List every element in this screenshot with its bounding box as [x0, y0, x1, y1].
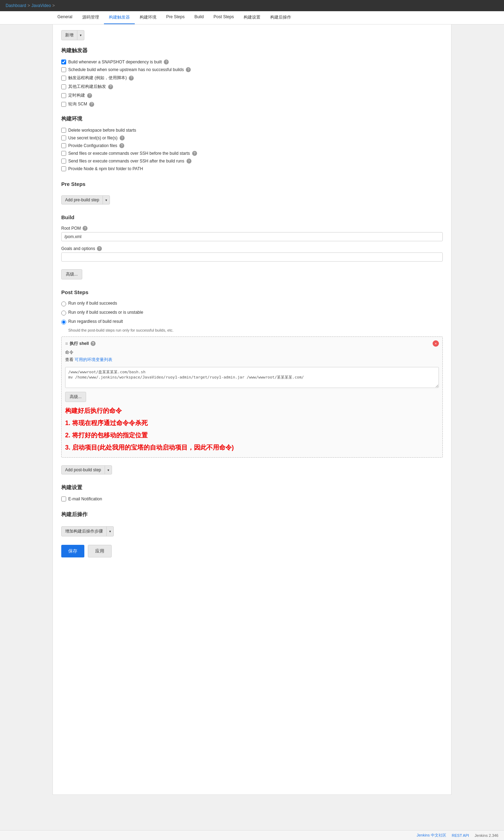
breadcrumb-sep2: > [52, 3, 55, 8]
env-ssh-after-help-icon[interactable]: ? [187, 159, 191, 164]
tab-general[interactable]: General [52, 11, 77, 24]
trigger-upstream-checkbox[interactable] [61, 67, 66, 72]
trigger-snapshot-label[interactable]: Build whenever a SNAPSHOT dependency is … [68, 60, 162, 64]
new-btn-arrow[interactable]: ▾ [77, 32, 84, 39]
env-delete-ws-checkbox[interactable] [61, 128, 66, 133]
goals-input[interactable] [61, 252, 443, 262]
trigger-upstream-help-icon[interactable]: ? [186, 67, 191, 72]
post-radio-regardless[interactable] [61, 320, 66, 325]
env-ssh-before-help-icon[interactable]: ? [192, 151, 197, 156]
trigger-snapshot-checkbox[interactable] [61, 60, 66, 64]
env-secret-help-icon[interactable]: ? [120, 136, 125, 140]
trigger-timer-row: 定时构建 ? [61, 92, 443, 98]
trigger-timer-label[interactable]: 定时构建 [68, 92, 85, 98]
env-ssh-after-checkbox[interactable] [61, 159, 66, 164]
tab-build[interactable]: Build [189, 11, 209, 24]
section-build-triggers-title: 构建触发器 [61, 47, 443, 55]
tab-env[interactable]: 构建环境 [135, 11, 161, 24]
add-post-build-ops-label[interactable]: 增加构建后操作步骤 [62, 527, 107, 536]
post-radio-success-row: Run only if build succeeds [61, 301, 443, 306]
tab-poststeps[interactable]: Post Steps [209, 11, 239, 24]
breadcrumb-project[interactable]: JavaVideo [31, 3, 51, 8]
trigger-other-checkbox[interactable] [61, 84, 66, 89]
trigger-scm-label[interactable]: 轮询 SCM [68, 101, 87, 107]
trigger-other-help-icon[interactable]: ? [108, 84, 113, 89]
env-ssh-after-label[interactable]: Send files or execute commands over SSH … [68, 159, 184, 164]
env-ssh-before-label[interactable]: Send files or execute commands over SSH … [68, 151, 190, 156]
add-pre-build-step-label[interactable]: Add pre-build step [62, 196, 103, 204]
goals-help-icon[interactable]: ? [97, 246, 102, 251]
env-delete-ws-label[interactable]: Delete workspace before build starts [68, 128, 136, 133]
apply-button[interactable]: 应用 [88, 545, 112, 557]
env-config-label[interactable]: Provide Configuration files [68, 143, 117, 148]
breadcrumb-dashboard[interactable]: Dashboard [6, 3, 26, 8]
trigger-timer-checkbox[interactable] [61, 93, 66, 98]
new-btn-label[interactable]: 新增 [62, 30, 77, 40]
env-node-npm-label[interactable]: Provide Node & npm bin/ folder to PATH [68, 166, 143, 171]
tab-triggers[interactable]: 构建触发器 [104, 11, 135, 24]
trigger-other-row: 其他工程构建后触发 ? [61, 84, 443, 90]
build-section: Build Root POM ? Goals and options ? 高级.… [61, 214, 443, 279]
add-post-build-ops-btn[interactable]: 增加构建后操作步骤 ▾ [61, 526, 114, 536]
tab-source[interactable]: 源码管理 [77, 11, 104, 24]
env-secret-checkbox[interactable] [61, 136, 66, 140]
trigger-other-label[interactable]: 其他工程构建后触发 [68, 84, 106, 90]
shell-block-header: ≡ 执行 shell ? × [65, 340, 439, 347]
post-radio-unstable-label[interactable]: Run only if build succeeds or is unstabl… [68, 310, 143, 315]
action-buttons: 保存 应用 [61, 545, 443, 557]
goals-label-text: Goals and options [61, 246, 95, 251]
tab-settings[interactable]: 构建设置 [239, 11, 265, 24]
trigger-upstream-label[interactable]: Schedule build when some upstream has no… [68, 67, 184, 72]
jenkins-community-link[interactable]: Jenkins 中文社区 [416, 833, 446, 838]
rest-api-link[interactable]: REST API [452, 833, 469, 838]
save-button[interactable]: 保存 [61, 545, 84, 557]
trigger-scm-checkbox[interactable] [61, 102, 66, 107]
env-config-checkbox[interactable] [61, 143, 66, 148]
shell-advanced-btn[interactable]: 高级... [65, 392, 86, 402]
root-pom-input[interactable] [61, 232, 443, 241]
shell-execute-block: ≡ 执行 shell ? × 命令 查看 可用的环境变量列表 /www/wwwr… [61, 336, 443, 458]
post-radio-regardless-label[interactable]: Run regardless of build result [68, 319, 123, 324]
env-ssh-before-checkbox[interactable] [61, 151, 66, 156]
new-dropdown-btn[interactable]: 新增 ▾ [61, 30, 84, 40]
settings-email-checkbox[interactable] [61, 497, 66, 501]
add-post-build-ops-arrow[interactable]: ▾ [107, 528, 113, 535]
run-note: Should the post-build steps run only for… [68, 328, 443, 332]
section-build-settings-title: 构建设置 [61, 484, 443, 492]
section-pre-steps-title: Pre Steps [61, 181, 443, 188]
tab-presteps[interactable]: Pre Steps [161, 11, 190, 24]
env-config-help-icon[interactable]: ? [119, 143, 124, 148]
drag-handle-icon[interactable]: ≡ [65, 341, 68, 346]
post-radio-unstable[interactable] [61, 311, 66, 315]
trigger-remote-checkbox[interactable] [61, 76, 66, 81]
shell-title: ≡ 执行 shell ? [65, 341, 96, 347]
trigger-remote-help-icon[interactable]: ? [129, 76, 134, 81]
env-secret-label[interactable]: Use secret text(s) or file(s) [68, 136, 118, 140]
env-link[interactable]: 可用的环境变量列表 [75, 357, 112, 363]
env-link-row: 查看 可用的环境变量列表 [65, 357, 439, 365]
add-post-build-step-btn[interactable]: Add post-build step ▾ [61, 465, 112, 474]
new-btn-area: 新增 ▾ [61, 30, 443, 40]
post-radio-success-label[interactable]: Run only if build succeeds [68, 301, 117, 306]
settings-email-label[interactable]: E-mail Notification [68, 497, 102, 501]
trigger-timer-help-icon[interactable]: ? [87, 93, 92, 98]
add-post-build-step-label[interactable]: Add post-build step [62, 466, 105, 474]
trigger-scm-help-icon[interactable]: ? [89, 102, 94, 107]
build-advanced-btn[interactable]: 高级... [61, 269, 82, 279]
bottom-bar: Jenkins 中文社区 REST API Jenkins 2.346 [0, 830, 504, 840]
root-pom-help-icon[interactable]: ? [83, 226, 88, 231]
tab-postbuild[interactable]: 构建后操作 [265, 11, 296, 24]
shell-help-icon[interactable]: ? [91, 341, 96, 346]
shell-close-btn[interactable]: × [433, 340, 439, 347]
env-node-npm-checkbox[interactable] [61, 166, 66, 171]
section-build-env-title: 构建环境 [61, 116, 443, 124]
shell-title-text: 执行 shell [70, 341, 89, 347]
add-pre-build-step-arrow[interactable]: ▾ [103, 196, 110, 204]
command-textarea[interactable]: /www/wwwroot/盘某某某某.com/bash.sh mv /home/… [65, 367, 439, 388]
add-pre-build-step-btn[interactable]: Add pre-build step ▾ [61, 195, 110, 204]
build-settings-section: 构建设置 E-mail Notification [61, 484, 443, 501]
add-post-build-step-arrow[interactable]: ▾ [105, 466, 112, 474]
post-radio-success[interactable] [61, 301, 66, 306]
trigger-snapshot-help-icon[interactable]: ? [164, 60, 169, 64]
trigger-remote-label[interactable]: 触发远程构建 (例如，使用脚本) [68, 75, 127, 81]
